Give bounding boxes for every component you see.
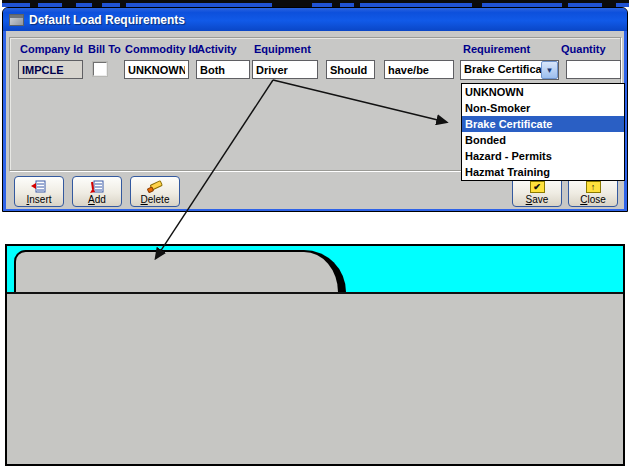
check-icon: ✔ [530,181,545,193]
dropdown-option[interactable]: Brake Certificate [462,116,624,132]
commodity-id-label: Commodity Id [125,43,198,55]
dropdown-option[interactable]: Non-Smoker [462,100,624,116]
app-icon [9,14,24,26]
field-codes-body [7,292,623,464]
commodity-id-field[interactable] [124,60,189,79]
bill-to-label: Bill To [88,43,121,55]
requirement-combobox[interactable]: Brake Certifica ▼ [460,60,559,80]
background-window-edge [2,0,629,7]
requirement-label: Requirement [463,43,530,55]
company-id-label: Company Id [20,43,83,55]
add-button[interactable]: Add [72,176,122,207]
eraser-icon [147,180,163,194]
dropdown-option[interactable]: UNKNOWN [462,84,624,100]
bill-to-checkbox[interactable] [93,62,107,76]
up-arrow-icon: ↑ [586,181,601,193]
insert-button[interactable]: Insert [14,176,64,207]
equipment-field[interactable] [252,60,318,79]
requirement-modal-field[interactable] [326,60,375,79]
dropdown-option[interactable]: Bonded [462,132,624,148]
table-add-icon [89,180,105,194]
requirement-combobox-value: Brake Certifica [461,61,541,79]
delete-button[interactable]: Delete [130,176,180,207]
quantity-field[interactable] [566,60,621,79]
activity-field[interactable] [196,60,250,79]
field-name-tab [14,250,346,292]
requirement-dropdown-list[interactable]: UNKNOWN Non-Smoker Brake Certificate Bon… [461,83,625,181]
requirement-verb-field[interactable] [384,60,454,79]
equipment-label: Equipment [254,43,311,55]
company-id-field[interactable] [18,60,83,79]
chevron-down-icon[interactable]: ▼ [541,61,558,79]
window-titlebar[interactable]: Default Load Requirements [3,8,627,31]
table-insert-icon [31,180,47,194]
dropdown-option[interactable]: Hazmat Training [462,164,624,180]
window-title: Default Load Requirements [29,13,185,27]
quantity-label: Quantity [561,43,606,55]
dropdown-option[interactable]: Hazard - Permits [462,148,624,164]
activity-label: Activity [197,43,237,55]
